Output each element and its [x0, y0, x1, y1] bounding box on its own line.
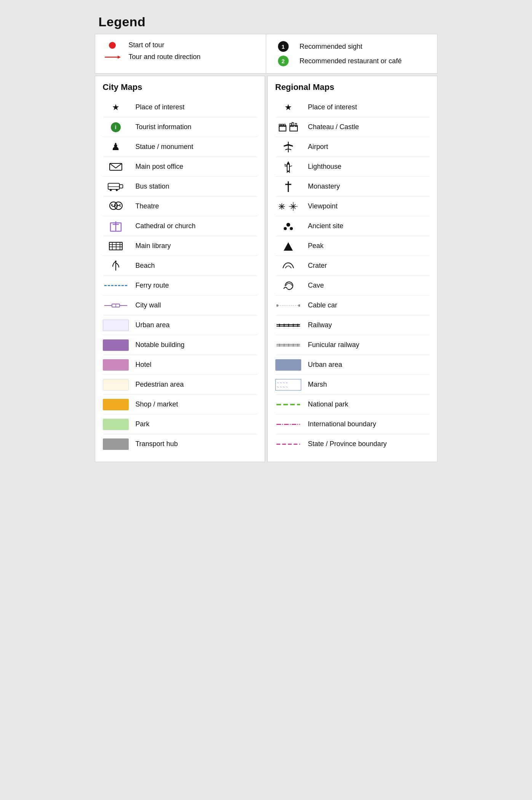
svg-line-42 [284, 164, 287, 165]
list-item: Cathedral or church [103, 216, 257, 236]
library-label: Main library [136, 242, 171, 250]
list-item: Urban area [103, 315, 257, 335]
recommended-restaurant-icon: 2 [274, 56, 293, 66]
statue-icon: ♟ [103, 141, 129, 153]
tourist-info-label: Tourist information [136, 123, 192, 131]
list-item: Park [103, 414, 257, 434]
peak-icon [275, 241, 301, 251]
hotel-icon [103, 359, 129, 371]
list-item: ♟ Statue / monument [103, 137, 257, 157]
city-maps-column: City Maps ★ Place of interest i Tourist … [95, 76, 265, 462]
list-item: National park [275, 395, 430, 414]
monastery-icon [275, 181, 301, 193]
cathedral-label: Cathedral or church [136, 222, 196, 230]
chateau-icon [275, 122, 301, 133]
city-maps-title: City Maps [103, 82, 257, 92]
viewpoint-icon [275, 201, 301, 212]
regional-star-icon: ★ [275, 102, 301, 112]
list-item: Pedestrian area [103, 375, 257, 395]
list-item: Peak [275, 236, 430, 256]
svg-point-61 [290, 227, 293, 230]
lighthouse-label: Lighthouse [308, 162, 342, 171]
list-item: Beach [103, 256, 257, 276]
svg-rect-17 [109, 242, 122, 250]
funicular-label: Funicular railway [308, 341, 359, 349]
national-park-label: National park [308, 400, 348, 409]
post-office-icon [103, 162, 129, 172]
peak-label: Peak [308, 242, 324, 250]
crater-icon [275, 261, 301, 270]
pedestrian-area-icon [103, 379, 129, 390]
list-item: Airport [275, 137, 430, 157]
cave-label: Cave [308, 281, 324, 290]
bus-station-icon [103, 181, 129, 192]
national-park-icon [275, 403, 301, 406]
ferry-route-label: Ferry route [136, 281, 169, 290]
recommended-sight-icon: 1 [274, 41, 293, 52]
railway-icon [275, 322, 301, 328]
recommended-restaurant-label: Recommended restaurant or café [300, 57, 402, 65]
svg-point-13 [119, 204, 120, 205]
regional-place-label: Place of interest [308, 103, 357, 112]
international-boundary-label: International boundary [308, 420, 376, 429]
shop-market-icon [103, 399, 129, 410]
tour-route-icon [103, 54, 122, 60]
list-item: Hotel [103, 355, 257, 375]
svg-point-12 [116, 204, 117, 205]
list-item: Notable building [103, 335, 257, 355]
funicular-icon [275, 342, 301, 348]
list-item: State / Province boundary [275, 434, 430, 454]
cathedral-icon [103, 221, 129, 232]
monastery-label: Monastery [308, 182, 340, 191]
international-boundary-icon [275, 422, 301, 427]
start-of-tour-label: Start of tour [129, 41, 165, 49]
svg-point-67 [298, 304, 300, 307]
beach-icon [103, 260, 129, 272]
top-right: 1 Recommended sight 2 Recommended restau… [266, 34, 437, 73]
page-title: Legend [95, 8, 438, 34]
svg-point-6 [116, 189, 118, 191]
list-item: Transport hub [103, 434, 257, 454]
legend-page: Legend Start of tour Tour and route dire… [95, 8, 438, 462]
tour-route-row: Tour and route direction [103, 53, 258, 61]
transport-hub-icon [103, 438, 129, 450]
svg-point-5 [110, 189, 112, 191]
crater-label: Crater [308, 261, 327, 270]
pedestrian-area-label: Pedestrian area [136, 380, 184, 389]
svg-marker-1 [118, 56, 121, 59]
recommended-sight-label: Recommended sight [300, 43, 363, 51]
marsh-icon: ~ ~ ~ ~ ~ ~ ~ ~ [275, 379, 301, 390]
list-item: Ancient site [275, 216, 430, 236]
star-icon: ★ [103, 102, 129, 112]
svg-rect-3 [108, 183, 119, 189]
start-of-tour-row: Start of tour [103, 41, 258, 49]
lighthouse-icon [275, 160, 301, 173]
list-item: ★ Place of interest [103, 98, 257, 117]
state-boundary-label: State / Province boundary [308, 440, 387, 448]
list-item: Main post office [103, 157, 257, 177]
cable-car-icon [275, 302, 301, 309]
list-item: Railway [275, 315, 430, 335]
start-of-tour-icon [103, 42, 122, 49]
ancient-site-label: Ancient site [308, 222, 343, 230]
viewpoint-label: Viewpoint [308, 202, 338, 211]
list-item: i Tourist information [103, 117, 257, 137]
park-label: Park [136, 420, 150, 429]
list-item: Viewpoint [275, 197, 430, 216]
cable-car-label: Cable car [308, 301, 337, 310]
list-item: Bus station [103, 177, 257, 197]
list-item: Chateau / Castle [275, 117, 430, 137]
svg-marker-38 [287, 161, 290, 164]
urban-area-label: Urban area [136, 321, 170, 330]
theatre-icon [103, 201, 129, 212]
ferry-route-icon [103, 285, 129, 286]
hotel-label: Hotel [136, 360, 152, 369]
list-item: ~ ~ ~ ~ ~ ~ ~ ~ Marsh [275, 375, 430, 395]
list-item: City wall [103, 296, 257, 315]
regional-maps-column: Regional Maps ★ Place of interest [267, 76, 438, 462]
transport-hub-label: Transport hub [136, 440, 178, 448]
beach-label: Beach [136, 261, 155, 270]
svg-text:~ ~ ~ ~: ~ ~ ~ ~ [277, 385, 288, 389]
park-icon [103, 419, 129, 430]
airport-label: Airport [308, 142, 328, 151]
